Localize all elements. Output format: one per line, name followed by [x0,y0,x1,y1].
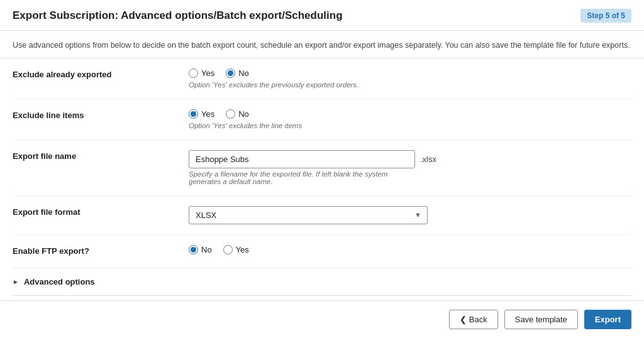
exclude-exported-hint: Option 'Yes' excludes the previously exp… [189,81,631,89]
file-name-input-row: .xlsx [189,150,631,168]
exclude-line-items-no[interactable]: No [226,109,249,119]
exclude-exported-yes-radio[interactable] [189,68,198,78]
enable-ftp-yes-label: Yes [236,245,249,254]
enable-ftp-control: No Yes [189,245,631,258]
export-file-format-label: Export file format [13,206,189,217]
export-file-name-input[interactable] [189,150,415,168]
exclude-exported-control: Yes No Option 'Yes' excludes the previou… [189,68,631,89]
enable-ftp-no-label: No [201,245,212,254]
exclude-line-items-yes-radio[interactable] [189,109,198,119]
exclude-line-items-yes[interactable]: Yes [189,109,214,119]
export-file-name-hint: Specify a filename for the exported file… [189,170,415,185]
page-title: Export Subscription: Advanced options/Ba… [13,9,343,22]
export-file-format-row: Export file format XLSX CSV XML JSON ▼ [13,196,631,235]
enable-ftp-no[interactable]: No [189,245,212,254]
advanced-options-label: Advanced options [24,277,95,286]
form-content: Exclude already exported Yes No Option '… [0,58,644,300]
footer: ❮ Back Save template Export [0,300,644,338]
exclude-line-items-label: Exclude line items [13,109,189,120]
export-file-name-control: .xlsx Specify a filename for the exporte… [189,150,631,185]
exclude-exported-radio-group: Yes No [189,68,631,78]
exclude-line-items-control: Yes No Option 'Yes' excludes the line it… [189,109,631,129]
export-file-name-row: Export file name .xlsx Specify a filenam… [13,140,631,196]
exclude-exported-no[interactable]: No [226,68,249,78]
enable-ftp-row: Enable FTP export? No Yes [13,235,631,268]
exclude-line-items-row: Exclude line items Yes No Option 'Yes' e… [13,99,631,140]
export-file-format-select[interactable]: XLSX CSV XML JSON [189,206,428,224]
export-file-format-select-wrapper: XLSX CSV XML JSON ▼ [189,206,428,224]
exclude-line-items-no-label: No [238,109,249,119]
exclude-exported-yes[interactable]: Yes [189,68,214,78]
save-template-button-label: Save template [515,315,567,324]
step-badge: Step 5 of 5 [580,9,631,23]
advanced-options-row[interactable]: ► Advanced options [13,268,631,296]
exclude-line-items-no-radio[interactable] [226,109,235,119]
save-template-button[interactable]: Save template [504,310,578,329]
exclude-exported-no-label: No [238,68,249,78]
export-button-label: Export [595,315,621,324]
description-text: Use advanced options from below to decid… [0,31,644,58]
exclude-exported-row: Exclude already exported Yes No Option '… [13,58,631,99]
enable-ftp-label: Enable FTP export? [13,245,189,256]
header: Export Subscription: Advanced options/Ba… [0,0,644,31]
exclude-exported-label: Exclude already exported [13,68,189,79]
page-wrapper: Export Subscription: Advanced options/Ba… [0,0,644,338]
exclude-line-items-yes-label: Yes [201,109,214,119]
enable-ftp-yes-radio[interactable] [223,245,233,254]
exclude-exported-no-radio[interactable] [226,68,235,78]
exclude-line-items-radio-group: Yes No [189,109,631,119]
enable-ftp-radio-group: No Yes [189,245,631,254]
export-file-format-control: XLSX CSV XML JSON ▼ [189,206,631,224]
chevron-right-icon: ► [13,278,19,285]
back-button-label: Back [469,315,487,324]
chevron-left-icon: ❮ [460,315,467,324]
back-button[interactable]: ❮ Back [449,310,498,329]
exclude-exported-yes-label: Yes [201,68,214,78]
enable-ftp-yes[interactable]: Yes [223,245,249,254]
export-button[interactable]: Export [584,310,631,329]
enable-ftp-no-radio[interactable] [189,245,198,254]
export-file-name-label: Export file name [13,150,189,161]
exclude-line-items-hint: Option 'Yes' excludes the line items [189,122,631,129]
file-extension: .xlsx [420,155,436,164]
